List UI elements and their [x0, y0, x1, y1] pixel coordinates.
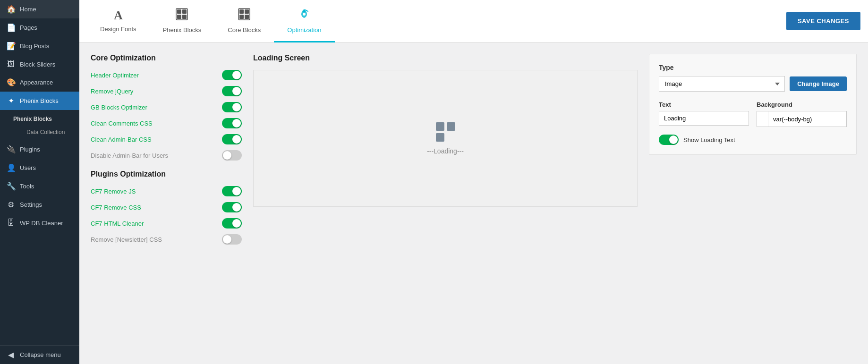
sidebar-item-blog-posts[interactable]: 📝 Blog Posts [0, 37, 79, 55]
toggle-newsletter-css: Remove [Newsletter] CSS [91, 234, 242, 245]
plugins-icon: 🔌 [7, 145, 15, 154]
appearance-icon: 🎨 [7, 78, 15, 87]
users-icon: 👤 [7, 163, 15, 172]
text-field-label: Text [659, 101, 749, 108]
svg-rect-8 [245, 15, 249, 19]
tab-phenix-blocks[interactable]: Phenix Blocks [150, 0, 215, 42]
type-label: Type [659, 64, 847, 71]
toggle-cf7-remove-js-switch[interactable] [222, 186, 242, 196]
svg-rect-6 [245, 9, 249, 14]
middle-panel: Loading Screen ---Loading--- [253, 54, 638, 353]
loading-preview: ---Loading--- [253, 70, 638, 207]
text-field-group: Text [659, 101, 749, 127]
svg-rect-5 [239, 9, 244, 14]
toggle-disable-admin-bar: Disable Admin-Bar for Users [91, 150, 242, 161]
toggle-label-clean-admin-bar: Clean Admin-Bar CSS [91, 136, 152, 143]
sidebar-item-settings[interactable]: ⚙ Settings [0, 195, 79, 214]
toggle-cf7-remove-css: CF7 Remove CSS [91, 202, 242, 212]
toggle-label-disable-admin-bar: Disable Admin-Bar for Users [91, 152, 168, 159]
toggle-label-newsletter-css: Remove [Newsletter] CSS [91, 236, 162, 243]
core-blocks-tab-icon [238, 8, 251, 24]
toggle-label-remove-jquery: Remove jQuery [91, 88, 133, 95]
toggle-cf7-remove-js: CF7 Remove JS [91, 186, 242, 196]
toggle-label-cf7-html-cleaner: CF7 HTML Cleaner [91, 220, 144, 227]
plugins-optimization-title: Plugins Optimization [91, 170, 242, 178]
background-field-label: Background [757, 101, 847, 108]
type-row: Image Spinner Custom Change Image [659, 76, 847, 92]
toggle-label-cf7-remove-js: CF7 Remove JS [91, 188, 136, 195]
sidebar-item-appearance[interactable]: 🎨 Appearance [0, 73, 79, 92]
sidebar-item-plugins[interactable]: 🔌 Plugins [0, 140, 79, 159]
sidebar-item-tools[interactable]: 🔧 Tools [0, 177, 79, 195]
toggle-clean-comments-switch[interactable] [222, 118, 242, 128]
show-loading-row: Show Loading Text [659, 135, 847, 145]
tab-design-fonts[interactable]: A Design Fonts [87, 0, 150, 42]
loading-screen-title: Loading Screen [253, 54, 638, 62]
show-loading-toggle[interactable] [659, 135, 679, 145]
wp-db-cleaner-icon: 🗄 [7, 219, 15, 227]
svg-point-10 [303, 13, 306, 16]
toggle-clean-comments: Clean Comments CSS [91, 118, 242, 128]
toggle-remove-jquery-switch[interactable] [222, 86, 242, 96]
toggle-newsletter-css-switch[interactable] [222, 234, 242, 245]
toggle-cf7-remove-css-switch[interactable] [222, 202, 242, 212]
design-fonts-icon: A [114, 8, 123, 23]
blog-posts-icon: 📝 [7, 42, 15, 51]
toggle-label-clean-comments: Clean Comments CSS [91, 120, 153, 127]
tab-core-blocks[interactable]: Core Blocks [214, 0, 274, 42]
phenix-blocks-icon: ✦ [7, 96, 15, 105]
loading-preview-text: ---Loading--- [427, 147, 464, 155]
collapse-icon: ◀ [7, 350, 15, 359]
toggle-clean-admin-bar-switch[interactable] [222, 134, 242, 144]
svg-rect-0 [177, 9, 181, 14]
change-image-button[interactable]: Change Image [790, 76, 847, 91]
pages-icon: 📄 [7, 23, 15, 32]
sidebar-item-wp-db-cleaner[interactable]: 🗄 WP DB Cleaner [0, 214, 79, 232]
toggle-gb-blocks-switch[interactable] [222, 102, 242, 112]
toggle-gb-blocks: GB Blocks Optimizer [91, 102, 242, 112]
background-input[interactable] [770, 112, 846, 126]
sidebar-item-users[interactable]: 👤 Users [0, 159, 79, 177]
sidebar-item-data-collection[interactable]: Data Collection [7, 126, 73, 138]
toggle-label-header-optimizer: Header Optimizer [91, 72, 139, 79]
toggle-disable-admin-bar-switch[interactable] [222, 150, 242, 161]
main-content: A Design Fonts Phenix Blocks [79, 0, 868, 364]
sidebar: 🏠 Home 📄 Pages 📝 Blog Posts 🖼 Block Slid… [0, 0, 79, 364]
text-input[interactable] [659, 111, 749, 126]
settings-icon: ⚙ [7, 200, 15, 209]
home-icon: 🏠 [7, 5, 15, 14]
sidebar-item-phenix-blocks[interactable]: ✦ Phenix Blocks [0, 92, 79, 110]
toggle-remove-jquery: Remove jQuery [91, 86, 242, 96]
show-loading-label: Show Loading Text [683, 136, 735, 144]
save-changes-button[interactable]: SAVE CHANGES [786, 12, 860, 30]
svg-rect-1 [182, 9, 187, 14]
sidebar-item-block-sliders[interactable]: 🖼 Block Sliders [0, 55, 79, 73]
toggle-cf7-html-cleaner-switch[interactable] [222, 218, 242, 229]
type-select[interactable]: Image Spinner Custom [659, 76, 785, 92]
toggle-cf7-html-cleaner: CF7 HTML Cleaner [91, 218, 242, 229]
toggle-label-cf7-remove-css: CF7 Remove CSS [91, 204, 141, 211]
sidebar-collapse-menu[interactable]: ◀ Collapse menu [0, 345, 79, 364]
tab-optimization[interactable]: Optimization [274, 0, 334, 42]
svg-rect-2 [177, 15, 181, 19]
svg-rect-7 [239, 15, 244, 19]
phenix-blocks-tab-icon [175, 8, 188, 24]
top-nav: A Design Fonts Phenix Blocks [79, 0, 868, 42]
toggle-header-optimizer: Header Optimizer [91, 70, 242, 80]
sidebar-item-home[interactable]: 🏠 Home [0, 0, 79, 18]
toggle-header-optimizer-switch[interactable] [222, 70, 242, 80]
toggle-label-gb-blocks: GB Blocks Optimizer [91, 104, 147, 111]
optimization-tab-icon [298, 8, 311, 24]
right-panel: Type Image Spinner Custom Change Image T… [649, 54, 857, 155]
tools-icon: 🔧 [7, 182, 15, 191]
left-panel: Core Optimization Header Optimizer Remov… [91, 54, 242, 353]
toggle-clean-admin-bar: Clean Admin-Bar CSS [91, 134, 242, 144]
phenix-blocks-parent: Phenix Blocks [7, 112, 73, 126]
page-content: Core Optimization Header Optimizer Remov… [79, 42, 868, 364]
sidebar-item-pages[interactable]: 📄 Pages [0, 18, 79, 37]
field-row: Text Background [659, 101, 847, 127]
core-optimization-title: Core Optimization [91, 54, 242, 62]
svg-rect-3 [182, 15, 187, 19]
block-sliders-icon: 🖼 [7, 60, 15, 68]
background-field-group: Background [757, 101, 847, 127]
